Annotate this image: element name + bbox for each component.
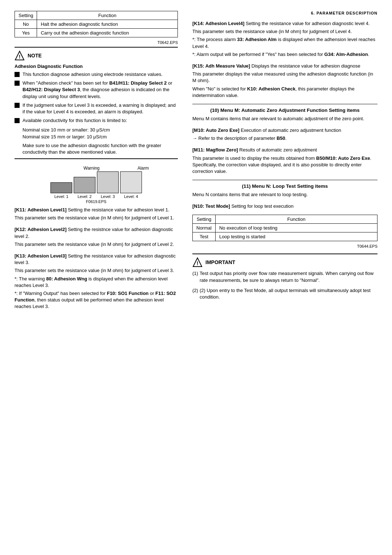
- table-header-setting: Setting: [15, 11, 37, 20]
- svg-text:!: !: [197, 260, 199, 266]
- important-title: IMPORTANT: [205, 259, 235, 265]
- important-header: ! IMPORTANT: [192, 257, 377, 267]
- level-4-box: Level: 4: [120, 171, 142, 199]
- n10-title: [N10: Test Mode]: [192, 203, 230, 209]
- indent-text-1: Nominal size 10 mm or smaller: 30 μS/cm: [23, 127, 178, 133]
- table-row: Yes Carry out the adhesion diagnostic fu…: [15, 29, 178, 37]
- note-bullet-list: This function diagnose adhesion using el…: [15, 71, 178, 124]
- k15-desc2: When "No" is selected for K10: Adhesion …: [192, 86, 377, 99]
- list-item-text: (2) Upon entry to the Test Mode, all out…: [200, 287, 377, 300]
- k12-block: [K12: Adhesion Level2] Setting the resis…: [15, 226, 178, 248]
- important-icon: !: [192, 257, 203, 267]
- k12-desc: This parameter sets the resistance value…: [15, 241, 178, 248]
- list-item-text: Test output has priority over flow rate …: [200, 270, 377, 283]
- k13-star-2: *: If "Warning Output" has been selected…: [15, 290, 178, 310]
- table-cell-function: Halt the adhesion diagnostic function: [37, 20, 178, 29]
- divider-1: [192, 104, 377, 104]
- k11-title: [K11: Adhesion Level1]: [15, 207, 66, 212]
- table-header-function: Function: [37, 11, 178, 20]
- level-1-rect: [50, 182, 72, 193]
- k11-desc: This parameter sets the resistance value…: [15, 215, 178, 221]
- table-row: No Halt the adhesion diagnostic function: [15, 20, 178, 29]
- table-row: Normal No execution of loop testing: [193, 224, 377, 232]
- eps-label-top: T0642.EPS: [15, 40, 178, 45]
- list-item-text: Available conductivity for this function…: [23, 117, 127, 124]
- menu11-block: (11) Menu N: Loop Test Setting items Men…: [192, 183, 377, 198]
- table-cell-setting: Yes: [15, 29, 37, 37]
- table-cell-function: Loop testing is started: [215, 232, 377, 241]
- svg-text:!: !: [19, 54, 21, 60]
- k13-block: [K13: Adhesion Level3] Setting the resis…: [15, 253, 178, 310]
- table-cell-setting: No: [15, 20, 37, 29]
- bullet-icon: [15, 81, 20, 86]
- important-list: (1) Test output has priority over flow r…: [192, 270, 377, 300]
- table-cell-function: No execution of loop testing: [215, 224, 377, 232]
- top-adhesion-table: Setting Function No Halt the adhesion di…: [15, 11, 178, 37]
- note-header: ! NOTE: [15, 50, 178, 61]
- eps-label-n10: T0644.EPS: [192, 244, 377, 248]
- note-box: ! NOTE Adhesion Diagnostic Function This…: [15, 47, 178, 159]
- bullet-icon: [15, 103, 20, 108]
- menu10-title: (10) Menu M: Automatic Zero Adjustment F…: [192, 107, 377, 114]
- k13-title: [K13: Adhesion Level3]: [15, 253, 66, 259]
- m11-title: [M11: Magflow Zero]: [192, 147, 238, 153]
- level-3-box: Level: 3: [97, 171, 119, 199]
- k14-block: [K14: Adhesion Level4] Setting the resis…: [192, 20, 377, 58]
- level-2-rect: [74, 177, 95, 193]
- list-num: (1): [192, 270, 200, 277]
- note-section-title: Adhesion Diagnostic Function: [15, 64, 178, 69]
- list-item: (2) (2) Upon entry to the Test Mode, all…: [192, 287, 377, 300]
- k14-star-1: *: The process alarm 33: Adhesion Alm is…: [192, 36, 377, 49]
- list-item-text: When "Adhesion check" has been set for B…: [23, 80, 178, 100]
- k11-title-rest: Setting the resistance value for adhesio…: [66, 207, 169, 212]
- note-title: NOTE: [28, 53, 42, 58]
- k13-desc: This parameter sets the resistance value…: [15, 267, 178, 274]
- m10-block: [M10: Auto Zero Exe] Execution of automa…: [192, 127, 377, 142]
- section-header: 6. PARAMETER DESCRIPTION: [192, 11, 377, 17]
- level-4-label: Level: 4: [124, 194, 138, 199]
- level-1-label: Level: 1: [54, 194, 69, 199]
- k15-block: [K15: Adh Measure Value] Displays the re…: [192, 63, 377, 99]
- k14-desc1: This parameter sets the resistance value…: [192, 28, 377, 35]
- k15-title: [K15: Adh Measure Value]: [192, 63, 250, 69]
- list-item: Available conductivity for this function…: [15, 117, 178, 124]
- alarm-label: Alarm: [138, 166, 149, 171]
- indent-text-3: Make sure to use the adhesion diagnostic…: [23, 142, 178, 155]
- m11-title-rest: Results of automatic zero adjustment: [238, 147, 317, 153]
- list-item: (1) Test output has priority over flow r…: [192, 270, 377, 283]
- k14-title: [K14: Adhesion Level4]: [192, 21, 244, 26]
- m10-title-rest: Execution of automatic zero adjustment f…: [240, 127, 341, 133]
- list-item: If the judgment value for Level 3 is exc…: [15, 102, 178, 115]
- k13-star-1: *: The warning 80: Adhesion Wng is displ…: [15, 276, 178, 289]
- k15-title-rest: Displays the resistance value for adhesi…: [250, 63, 360, 69]
- table-row: Test Loop testing is started: [193, 232, 377, 241]
- k14-title-rest: Setting the resistance value for adhesio…: [244, 21, 369, 26]
- levels-diagram: Warning Alarm Level: 1 Level: 2 Level: 3: [15, 164, 178, 204]
- important-box: ! IMPORTANT (1) Test output has priority…: [192, 254, 377, 307]
- list-item-text: If the judgment value for Level 3 is exc…: [23, 102, 178, 115]
- k14-star-2: *: Alarm output will be performed if "Ye…: [192, 51, 377, 58]
- n10-table: Setting Function Normal No execution of …: [192, 215, 377, 241]
- menu10-block: (10) Menu M: Automatic Zero Adjustment F…: [192, 107, 377, 122]
- level-2-label: Level: 2: [78, 194, 92, 199]
- k15-desc1: This parameter displays the value measur…: [192, 71, 377, 84]
- warning-label: Warning: [83, 166, 99, 171]
- list-item: This function diagnose adhesion using el…: [15, 71, 178, 78]
- level-4-rect: [120, 171, 142, 193]
- level-3-label: Level: 3: [101, 194, 115, 199]
- menu11-desc: Menu N contains items that are relevant …: [192, 191, 377, 198]
- note-icon: !: [15, 50, 25, 61]
- levels-boxes: Level: 1 Level: 2 Level: 3 Level: 4: [50, 171, 142, 199]
- table-cell-function: Carry out the adhesion diagnostic functi…: [37, 29, 178, 37]
- levels-eps-label: F0619.EPS: [86, 199, 106, 204]
- m10-arrow-ref: → Refer to the description of parameter …: [192, 135, 377, 142]
- bullet-icon: [15, 72, 20, 77]
- n10-table-header-setting: Setting: [193, 215, 216, 224]
- k11-block: [K11: Adhesion Level1] Setting the resis…: [15, 207, 178, 221]
- indent-text-2: Nominal size 15 mm or larger: 10 μS/cm: [23, 134, 178, 140]
- bullet-icon: [15, 118, 20, 123]
- level-2-box: Level: 2: [74, 177, 95, 199]
- menu10-desc: Menu M contains items that are relevant …: [192, 116, 377, 122]
- m10-title: [M10: Auto Zero Exe]: [192, 127, 240, 133]
- list-item-text: This function diagnose adhesion using el…: [23, 71, 163, 78]
